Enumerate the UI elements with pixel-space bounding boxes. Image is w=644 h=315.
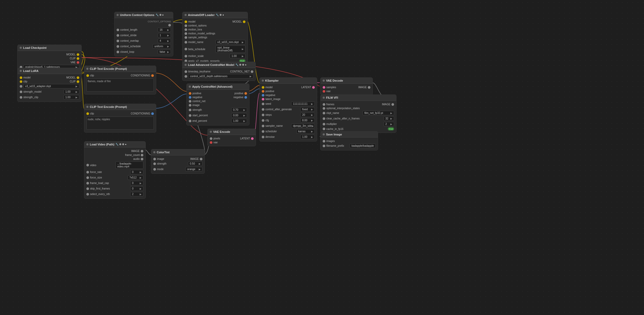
ct-strength-port[interactable] xyxy=(153,162,156,165)
ks-control-after-field[interactable]: fixed ▶ xyxy=(300,107,315,112)
ks-scheduler-field[interactable]: karras ▶ xyxy=(296,129,315,134)
strength-clip-field[interactable]: 1.00 ▶ xyxy=(64,95,79,99)
ks-scheduler-port[interactable] xyxy=(262,130,264,133)
ac-positive-in-port[interactable] xyxy=(189,92,191,95)
ac-image-port[interactable] xyxy=(189,104,191,107)
controlnet-out-port[interactable] xyxy=(251,70,253,73)
ad-beta-port[interactable] xyxy=(185,48,187,50)
fv-multiplier-port[interactable] xyxy=(323,123,325,125)
vd-image-out-port[interactable] xyxy=(368,86,370,89)
lora-clip-in-port[interactable] xyxy=(20,80,22,83)
ks-positive-port[interactable] xyxy=(262,90,264,93)
ac-start-field[interactable]: 0.00 ▶ xyxy=(231,113,247,118)
lv-frame-count-port[interactable] xyxy=(141,154,143,156)
fv-interp-port[interactable] xyxy=(323,107,325,110)
lv-force-rate-field[interactable]: 0 ▶ xyxy=(130,170,143,174)
ks-latent-in-port[interactable] xyxy=(262,98,264,101)
si-prefix-field[interactable]: badapple/badapple xyxy=(350,144,376,148)
ks-cfg-port[interactable] xyxy=(262,119,264,122)
lv-audio-port[interactable] xyxy=(141,158,143,160)
ks-seed-port[interactable] xyxy=(262,103,264,105)
lv-select-every-port[interactable] xyxy=(86,193,89,196)
clip-positive-conditioning-port[interactable] xyxy=(151,74,154,77)
ct-image-port[interactable] xyxy=(153,158,156,160)
ks-denoise-port[interactable] xyxy=(262,136,264,138)
ad-model-name-field[interactable]: v3_sd15_mm.ckpt ▶ xyxy=(216,40,245,44)
ks-sampler-name-port[interactable] xyxy=(262,125,264,127)
lv-image-out-port[interactable] xyxy=(141,150,143,153)
ks-sampler-name-field[interactable]: dpmpp_3m_sde ▶ xyxy=(291,124,315,128)
vd-vae-port[interactable] xyxy=(323,90,325,93)
clip-negative-conditioning-port[interactable] xyxy=(151,112,154,115)
lv-frame-load-cap-field[interactable]: 0 ▶ xyxy=(130,181,143,185)
strength-model-field[interactable]: 1.00 ▶ xyxy=(64,90,79,94)
controlnet-name-field[interactable]: control_sd15_depth.safetensors ▶ xyxy=(188,74,253,78)
ac-control-net-port[interactable] xyxy=(189,100,191,103)
context-length-field[interactable]: 16 ▶ xyxy=(158,28,171,32)
fv-ckpt-field[interactable]: film_net_fp32.pt ▶ xyxy=(363,111,394,115)
fv-cache-fp16-port[interactable] xyxy=(323,128,325,130)
lv-frame-load-cap-port[interactable] xyxy=(86,182,89,185)
fv-frames-port[interactable] xyxy=(323,103,325,106)
ks-cfg-field[interactable]: 8.00 ▶ xyxy=(300,118,315,123)
lv-video-field[interactable]: ...\badapple-video.mp4 xyxy=(116,161,144,169)
lv-skip-first-field[interactable]: 0 ▶ xyxy=(130,186,143,191)
ac-negative-out-port[interactable] xyxy=(244,96,247,99)
ve-latent-out-port[interactable] xyxy=(251,137,254,140)
lora-model-in-port[interactable] xyxy=(20,76,22,79)
lora-model-out-port[interactable] xyxy=(77,76,79,79)
model-output-port[interactable] xyxy=(77,53,79,56)
ve-vae-port[interactable] xyxy=(210,141,212,144)
ad-model-name-port[interactable] xyxy=(185,41,187,44)
ad-beta-field[interactable]: sqrt_linear (AnimateDiff) ▶ xyxy=(216,45,245,53)
ac-end-port[interactable] xyxy=(189,120,191,122)
ks-negative-port[interactable] xyxy=(262,94,264,97)
context-stride-field[interactable]: 1 ▶ xyxy=(158,33,171,38)
lora-name-field[interactable]: v3_sd15_adapter.ckpt ▶ xyxy=(23,84,79,88)
context-schedule-port[interactable] xyxy=(117,45,119,48)
ac-positive-out-port[interactable] xyxy=(244,92,247,95)
vae-output-port[interactable] xyxy=(77,61,79,64)
ac-start-port[interactable] xyxy=(189,114,191,117)
lv-video-port[interactable] xyxy=(86,164,89,166)
ad-sample-port[interactable] xyxy=(185,36,187,39)
fv-image-out-port[interactable] xyxy=(391,103,394,106)
ad-context-in-port[interactable] xyxy=(185,24,187,27)
lv-force-size-port[interactable] xyxy=(86,176,89,179)
context-stride-port[interactable] xyxy=(117,34,119,37)
controlnet-name-port[interactable] xyxy=(185,75,187,78)
ks-seed-field[interactable]: 1111111111 ▶ xyxy=(291,102,315,106)
si-images-port[interactable] xyxy=(323,140,325,143)
vd-samples-port[interactable] xyxy=(323,86,325,89)
ks-steps-port[interactable] xyxy=(262,114,264,116)
lora-clip-out-port[interactable] xyxy=(77,80,79,83)
context-overlap-port[interactable] xyxy=(117,40,119,42)
ct-mode-port[interactable] xyxy=(153,168,156,171)
ks-control-after-port[interactable] xyxy=(262,108,264,111)
ad-motion-lora-port[interactable] xyxy=(185,28,187,31)
fv-cache-fp16-toggle[interactable]: true xyxy=(388,127,394,130)
ac-end-field[interactable]: 1.00 ▶ xyxy=(231,119,247,123)
ct-strength-field[interactable]: 0.50 ▶ xyxy=(188,161,202,166)
ad-motion-scale-field[interactable]: 1.00 ▶ xyxy=(230,54,245,58)
ve-pixels-port[interactable] xyxy=(210,137,212,140)
lv-skip-first-port[interactable] xyxy=(86,187,89,190)
context-overlap-field[interactable]: 4 ▶ xyxy=(158,39,171,43)
fv-ckpt-port[interactable] xyxy=(323,112,325,114)
ct-image-out-port[interactable] xyxy=(200,158,202,160)
ac-strength-field[interactable]: 0.70 ▶ xyxy=(231,108,247,112)
fv-clear-cache-field[interactable]: 32 ▶ xyxy=(384,116,394,121)
strength-clip-port[interactable] xyxy=(20,96,22,99)
fv-multiplier-field[interactable]: 2 ▶ xyxy=(384,122,394,126)
si-prefix-port[interactable] xyxy=(323,145,325,147)
strength-model-port[interactable] xyxy=(20,91,22,93)
controlnet-timestep-port[interactable] xyxy=(185,70,187,73)
ad-motion-model-port[interactable] xyxy=(185,32,187,35)
clip-positive-clip-port[interactable] xyxy=(86,74,89,77)
lora-name-port[interactable] xyxy=(20,85,22,88)
ad-model-out-port[interactable] xyxy=(243,20,245,23)
ks-steps-field[interactable]: 20 ▶ xyxy=(300,113,315,117)
clip-negative-text[interactable]: nude, nsfw, nipples xyxy=(86,117,154,130)
context-length-port[interactable] xyxy=(117,29,119,31)
ac-strength-port[interactable] xyxy=(189,109,191,111)
